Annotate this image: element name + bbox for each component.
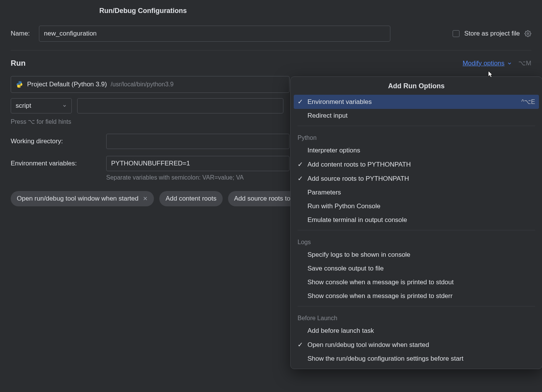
menu-section-before-launch: Before Launch	[291, 309, 542, 324]
chip-open-tool-window[interactable]: Open run/debug tool window when started …	[11, 191, 154, 206]
check-icon: ✓	[298, 341, 307, 349]
menu-item-emulate-terminal[interactable]: Emulate terminal in output console	[291, 213, 542, 227]
popup-title: Add Run Options	[291, 77, 542, 95]
name-label: Name:	[11, 30, 30, 37]
svg-point-0	[527, 33, 529, 35]
dialog-title: Run/Debug Configurations	[0, 0, 542, 15]
menu-item-env-vars[interactable]: ✓ Environment variables ^⌥E	[294, 95, 539, 109]
menu-item-source-roots[interactable]: ✓ Add source roots to PYTHONPATH	[291, 172, 542, 186]
chip-label: Add content roots	[165, 195, 216, 202]
menu-label: Interpreter options	[307, 147, 360, 154]
script-type-value: script	[16, 102, 31, 110]
script-type-select[interactable]: script	[11, 98, 72, 113]
menu-label: Add before launch task	[307, 327, 374, 335]
menu-item-redirect-input[interactable]: Redirect input	[291, 109, 542, 123]
python-icon	[16, 81, 23, 88]
working-dir-label: Working directory:	[11, 138, 106, 145]
menu-item-content-roots[interactable]: ✓ Add content roots to PYTHONPATH	[291, 157, 542, 172]
menu-item-parameters[interactable]: Parameters	[291, 186, 542, 199]
chevron-down-icon	[62, 104, 67, 108]
menu-section-python: Python	[291, 129, 542, 144]
menu-label: Show the run/debug configuration setting…	[307, 355, 463, 363]
interpreter-dropdown[interactable]: Project Default (Python 3.9) /usr/local/…	[11, 76, 290, 93]
menu-item-save-console[interactable]: Save console output to file	[291, 262, 542, 275]
close-icon[interactable]: ✕	[143, 195, 148, 202]
menu-item-interpreter-options[interactable]: Interpreter options	[291, 144, 542, 157]
interpreter-name: Project Default (Python 3.9)	[27, 81, 107, 88]
menu-item-show-stdout[interactable]: Show console when a message is printed t…	[291, 275, 542, 289]
menu-label: Environment variables	[307, 98, 372, 106]
menu-separator	[298, 126, 535, 126]
menu-item-show-settings-before-start[interactable]: Show the run/debug configuration setting…	[291, 352, 542, 366]
divider	[11, 50, 531, 50]
menu-item-specify-logs[interactable]: Specify logs to be shown in console	[291, 248, 542, 262]
add-run-options-popup: Add Run Options ✓ Environment variables …	[290, 76, 542, 369]
menu-item-python-console[interactable]: Run with Python Console	[291, 199, 542, 213]
menu-item-open-tool-window[interactable]: ✓ Open run/debug tool window when starte…	[291, 338, 542, 352]
modify-options-link[interactable]: Modify options	[463, 60, 505, 67]
working-dir-input[interactable]	[106, 134, 290, 149]
menu-separator	[298, 230, 535, 230]
menu-shortcut: ^⌥E	[521, 98, 535, 105]
menu-separator	[298, 306, 535, 306]
gear-icon[interactable]	[524, 30, 531, 37]
interpreter-path: /usr/local/bin/python3.9	[111, 81, 174, 88]
modify-shortcut: ⌥M	[518, 59, 531, 67]
menu-label: Add source roots to PYTHONPATH	[307, 175, 409, 183]
menu-label: Show console when a message is printed t…	[307, 279, 454, 286]
check-icon: ✓	[298, 98, 307, 106]
menu-label: Show console when a message is printed t…	[307, 292, 453, 300]
menu-label: Run with Python Console	[307, 202, 380, 210]
menu-label: Open run/debug tool window when started	[307, 341, 429, 349]
name-input[interactable]	[39, 26, 390, 42]
chip-label: Open run/debug tool window when started	[17, 195, 138, 202]
menu-label: Redirect input	[307, 112, 348, 120]
script-path-input[interactable]	[77, 98, 283, 113]
menu-section-logs: Logs	[291, 233, 542, 248]
menu-label: Emulate terminal in output console	[307, 216, 407, 224]
menu-label: Parameters	[307, 189, 341, 196]
chevron-down-icon	[507, 61, 512, 66]
menu-item-before-launch-task[interactable]: Add before launch task	[291, 324, 542, 338]
chip-add-content-roots[interactable]: Add content roots	[159, 191, 222, 206]
check-icon: ✓	[298, 175, 307, 183]
env-vars-label: Environment variables:	[11, 160, 106, 167]
store-checkbox[interactable]	[453, 30, 459, 37]
menu-label: Add content roots to PYTHONPATH	[307, 161, 411, 168]
check-icon: ✓	[298, 160, 307, 168]
menu-label: Specify logs to be shown in console	[307, 251, 410, 259]
menu-label: Save console output to file	[307, 265, 383, 272]
store-label: Store as project file	[464, 30, 520, 37]
run-section-title: Run	[11, 59, 26, 68]
env-vars-input[interactable]	[106, 156, 290, 171]
menu-item-show-stderr[interactable]: Show console when a message is printed t…	[291, 289, 542, 303]
